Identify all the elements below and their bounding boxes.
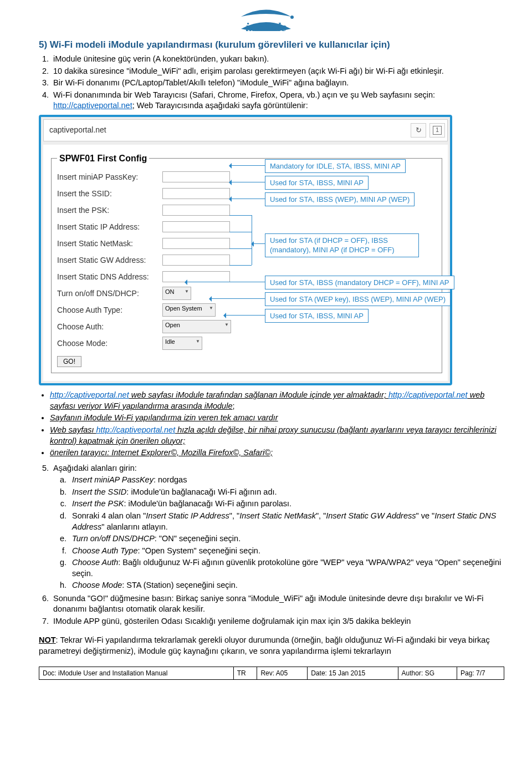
- step-7: IModule APP günü, gösterilen Odası Sıcak…: [51, 616, 504, 627]
- brand-logo: imodule: [230, 6, 302, 50]
- step-5d: Sonraki 4 alan olan "Insert Static IP Ad…: [69, 511, 504, 532]
- input-dns[interactable]: [162, 271, 230, 282]
- label-gw: Insert Static GW Address:: [57, 255, 162, 266]
- bullet-3: Web sayfası http://captiveportal.net hız…: [50, 425, 504, 446]
- select-auth[interactable]: Open: [162, 320, 231, 333]
- notes-bullets: http://captiveportal.net web sayfası iMo…: [50, 390, 504, 458]
- address-bar-row: captiveportal.net ↻ 1: [43, 119, 448, 141]
- steps-list-cont: Aşağıdaki alanları girin: Insert miniAP …: [39, 463, 504, 627]
- step-1: iModule ünitesine güç verin (A konektörü…: [51, 54, 504, 65]
- label-netmask: Insert Static NetMask:: [57, 238, 162, 249]
- url-field[interactable]: captiveportal.net: [46, 124, 407, 136]
- label-ip: Insert Static IP Address:: [57, 222, 162, 232]
- footer-table: Doc: iModule User and Installation Manua…: [39, 667, 504, 680]
- bullet-2: Sayfanın iModule Wi-Fi yapılandırma izin…: [50, 413, 504, 424]
- annot-4: Used for STA (if DHCP = OFF), IBSS (mand…: [265, 233, 419, 257]
- label-mode: Choose Mode:: [57, 338, 162, 349]
- label-auth: Choose Auth:: [57, 322, 162, 332]
- bullet-1: http://captiveportal.net web sayfası iMo…: [50, 390, 504, 411]
- label-psk: Insert the PSK:: [57, 205, 162, 216]
- label-dnsdhcp: Turn on/off DNS/DHCP:: [57, 288, 162, 299]
- step-4: Wi-Fi donanımında bir Web Tarayıcısı (Sa…: [51, 90, 504, 111]
- step-5a: Insert miniAP PassKey: nordgas: [69, 475, 504, 486]
- step-5c: Insert the PSK: iModule'ün bağlanacağı W…: [69, 499, 504, 510]
- input-passkey[interactable]: [162, 171, 230, 182]
- reload-icon[interactable]: ↻: [411, 123, 426, 138]
- bullet-4: önerilen tarayıcı: Internet Explorer©, M…: [50, 447, 504, 459]
- select-dnsdhcp[interactable]: ON: [162, 287, 191, 300]
- footer-rev: Rev: A05: [257, 667, 308, 680]
- footer-doc: Doc: iModule User and Installation Manua…: [39, 667, 234, 680]
- input-ip[interactable]: [162, 221, 230, 232]
- annot-3: Used for STA, IBSS (WEP), MINI AP (WEP): [265, 192, 415, 207]
- select-mode[interactable]: Idle: [162, 337, 202, 350]
- label-passkey: Insert miniAP PassKey:: [57, 172, 162, 182]
- step-5: Aşağıdaki alanları girin: Insert miniAP …: [51, 463, 504, 591]
- steps-list: iModule ünitesine güç verin (A konektörü…: [39, 54, 504, 111]
- label-dns: Insert Static DNS Address:: [57, 272, 162, 282]
- step-5e: Turn on/off DNS/DHCP: "ON" seçeneğini se…: [69, 533, 504, 545]
- browser-screenshot: captiveportal.net ↻ 1 SPWF01 First Confi…: [39, 115, 452, 386]
- step-5h: Choose Mode: STA (Station) seçeneğini se…: [69, 580, 504, 591]
- step-5b: Insert the SSID: iModule'ün bağlanacağı …: [69, 487, 504, 498]
- footer-page: Pag: 7/7: [457, 667, 504, 680]
- fieldset-legend: SPWF01 First Config: [57, 152, 149, 165]
- step-3: Bir Wi-Fi donanımı (PC/Laptop/Tablet/Akı…: [51, 78, 504, 89]
- footer-author: Author: SG: [398, 667, 457, 680]
- step-5g: Choose Auth: Bağlı olduğunuz W-Fi ağının…: [69, 557, 504, 579]
- tabs-icon[interactable]: 1: [429, 123, 445, 138]
- input-ssid[interactable]: [162, 188, 230, 199]
- step-5f: Choose Auth Type: "Open System" seçeneği…: [69, 546, 504, 557]
- annot-6: Used for STA (WEP key), IBSS (WEP), MINI…: [265, 292, 451, 307]
- input-psk[interactable]: [162, 205, 230, 216]
- step-6: Sonunda "GO!" düğmesine basın: Birkaç sa…: [51, 593, 504, 615]
- annot-7: Used for STA, IBSS, MINI AP: [265, 309, 369, 323]
- annot-1: Mandatory for IDLE, STA, IBSS, MINI AP: [265, 159, 406, 174]
- note-paragraph: NOT: Tekrar Wi-Fi yapılandırma tekrarlam…: [39, 635, 504, 657]
- select-authtype[interactable]: Open System: [162, 303, 216, 317]
- input-netmask[interactable]: [162, 238, 230, 249]
- footer-date: Date: 15 Jan 2015: [308, 667, 398, 680]
- label-ssid: Insert the SSID:: [57, 189, 162, 199]
- footer-lang: TR: [233, 667, 257, 680]
- captiveportal-link[interactable]: http://captiveportal.net: [53, 101, 132, 110]
- label-authtype: Choose Auth Type:: [57, 305, 162, 316]
- annot-2: Used for STA, IBSS, MINI AP: [265, 176, 369, 190]
- annot-5: Used for STA, IBSS (mandatory DHCP = OFF…: [265, 276, 454, 290]
- go-button[interactable]: GO!: [57, 356, 81, 367]
- input-gw[interactable]: [162, 255, 230, 266]
- logo-text: imodule: [245, 20, 286, 34]
- step-2: 10 dakika süresince "iModule_WiFi" adlı,…: [51, 66, 504, 77]
- config-fieldset: SPWF01 First Config Insert miniAP PassKe…: [51, 152, 442, 374]
